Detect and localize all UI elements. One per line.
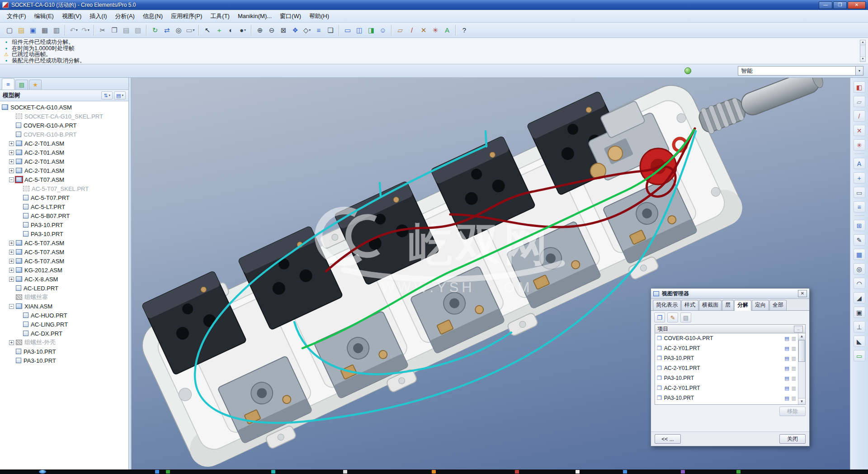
edit-position-icon[interactable]: ✎ (667, 313, 678, 322)
tree-item[interactable]: PA3-10.PRT (0, 229, 128, 238)
tree-item[interactable]: AC-5-B07.PRT (0, 211, 128, 220)
taskbar-icon[interactable] (515, 470, 519, 474)
tree-item[interactable]: AC-LED.PRT (0, 284, 128, 293)
explode-item-row[interactable]: ❐AC-2-Y01.PRT▤▥ (655, 383, 798, 393)
expand-icon[interactable]: + (9, 159, 14, 164)
explode-item-row[interactable]: ❐AC-2-Y01.PRT▤▥ (655, 363, 798, 373)
tree-item[interactable]: −AC-5-T07.ASM (0, 175, 128, 184)
auto-update-icon[interactable]: ⇄ (161, 24, 173, 36)
remove-button[interactable]: 移除 (779, 407, 806, 416)
expand-icon[interactable]: + (9, 250, 14, 255)
taskbar-icon[interactable] (166, 470, 170, 474)
tree-item[interactable]: +AC-5-T07.ASM (0, 256, 128, 265)
tree-item[interactable]: +组螺丝-外壳 (0, 338, 128, 347)
vm-tab-4[interactable]: 分解 (734, 300, 751, 311)
datum-axis-display-icon[interactable]: / (854, 110, 865, 122)
taskbar-icon[interactable] (681, 470, 685, 474)
zoom-in-icon[interactable]: ⊕ (254, 24, 266, 36)
datum-point-display-icon[interactable]: ✕ (854, 125, 865, 136)
message-scrollbar[interactable]: ▲ ▼ (860, 40, 866, 62)
menu-item[interactable]: 视图(V) (58, 10, 85, 22)
datum-csys-display-icon[interactable]: ✳ (854, 139, 865, 151)
tree-item[interactable]: +AC-5-T07.ASM (0, 247, 128, 256)
layer-display-icon[interactable]: ≡ (854, 201, 865, 213)
menu-item[interactable]: 插入(I) (85, 10, 111, 22)
menu-item[interactable]: 文件(F) (3, 10, 30, 22)
menu-item[interactable]: 分析(A) (111, 10, 139, 22)
select-arrow-icon[interactable]: ↖ (202, 24, 213, 36)
datum-csys-toggle-icon[interactable]: ✳ (429, 24, 441, 36)
dropdown-arrow-icon[interactable]: ▾ (244, 28, 246, 32)
taskbar-icon[interactable] (576, 470, 580, 474)
tree-settings-button[interactable]: ▤ ▾ (114, 91, 126, 100)
menu-item[interactable]: 信息(N) (139, 10, 167, 22)
scroll-up-icon[interactable]: ▲ (798, 333, 805, 340)
menu-item[interactable]: 帮助(H) (305, 10, 333, 22)
hole-icon[interactable]: ◎ (854, 263, 865, 275)
taskbar-icon[interactable] (736, 470, 741, 474)
start-button[interactable] (39, 470, 46, 474)
tree-show-button[interactable]: ⇅ ▾ (101, 91, 113, 100)
wire-pin-cyan-2[interactable] (380, 183, 381, 196)
tree-item[interactable]: PA3-10.PRT (0, 347, 128, 356)
context-help-icon[interactable]: ? (458, 24, 470, 36)
smart-filter-combo[interactable]: 智能 ▾ (738, 66, 863, 76)
column-options-button[interactable]: .. (794, 326, 803, 332)
repaint-icon[interactable]: ❖ (289, 24, 301, 36)
tree-item[interactable]: AC-HUO.PRT (0, 311, 128, 320)
datum-plane-toggle-icon[interactable]: ▱ (394, 24, 406, 36)
tree-item[interactable]: AC-DX.PRT (0, 329, 128, 338)
tree-item[interactable]: AC-LING.PRT (0, 320, 128, 329)
smart-select-icon[interactable]: + (213, 24, 225, 36)
list-scrollbar[interactable]: ▲ ▼ (798, 333, 805, 404)
windows-taskbar[interactable] (0, 469, 868, 474)
vm-tab-1[interactable]: 样式 (681, 300, 698, 310)
paste-special-icon[interactable]: ▧ (132, 24, 144, 36)
expand-icon[interactable]: + (9, 340, 14, 345)
expand-icon[interactable]: + (9, 168, 14, 173)
dropdown-arrow-icon[interactable]: ▾ (309, 28, 311, 32)
menu-item[interactable]: 窗口(W) (276, 10, 305, 22)
dropdown-arrow-icon[interactable]: ▾ (88, 28, 90, 32)
open-folder-icon[interactable]: ▤ (15, 24, 27, 36)
explode-item-row[interactable]: ❐PA3-10.PRT▤▥ (655, 353, 798, 363)
tree-item[interactable]: SOCKET-CA-G10.ASM (0, 103, 128, 112)
activate-window-icon[interactable]: ▭ (854, 187, 865, 198)
activate-window-icon[interactable]: ▭ (342, 24, 354, 36)
regenerate-icon[interactable]: ↻ (149, 24, 161, 36)
tree-item[interactable]: −XIAN.ASM (0, 302, 128, 311)
tree-item[interactable]: PA3-10.PRT (0, 356, 128, 365)
menu-item[interactable]: 编辑(E) (30, 10, 58, 22)
collapse-dialog-button[interactable]: << ... (655, 434, 681, 444)
paste-icon[interactable]: ▤ (120, 24, 132, 36)
expand-icon[interactable]: + (9, 268, 14, 273)
model-tree-tab[interactable]: ≡ (2, 78, 14, 90)
explode-item-row[interactable]: ❐COVER-G10-A.PRT▤▥ (655, 333, 798, 343)
scrollbar-thumb[interactable] (798, 340, 805, 362)
expand-icon[interactable]: + (9, 259, 14, 264)
redo-icon[interactable]: ↷▾ (80, 24, 91, 36)
tree-item[interactable]: +AC-5-T07.ASM (0, 238, 128, 247)
manikin-icon[interactable]: ☺ (377, 24, 389, 36)
saved-views-icon[interactable]: ◇▾ (301, 24, 313, 36)
datum-axis-toggle-icon[interactable]: / (406, 24, 418, 36)
view-manager-titlebar[interactable]: 视图管理器 ✕ (651, 289, 809, 299)
copy-icon[interactable]: ❐ (108, 24, 120, 36)
vm-tab-6[interactable]: 全部 (769, 300, 787, 310)
create-component-icon[interactable]: ✎ (854, 234, 865, 246)
new-file-icon[interactable]: ▢ (4, 24, 15, 36)
refit-icon[interactable]: ⊠ (278, 24, 289, 36)
menu-item[interactable]: 应用程序(P) (167, 10, 206, 22)
menu-item[interactable]: 工具(T) (206, 10, 234, 22)
dropdown-arrow-icon[interactable]: ▾ (76, 28, 78, 32)
favorites-tab[interactable]: ★ (29, 80, 42, 90)
round-icon[interactable]: ◠ (854, 278, 865, 289)
expand-icon[interactable]: + (9, 150, 14, 155)
expand-icon[interactable]: + (9, 241, 14, 246)
close-dialog-button[interactable]: 关闭 (779, 434, 806, 444)
new-window-icon[interactable]: ◫ (354, 24, 365, 36)
tree-item[interactable]: 组螺丝塞 (0, 293, 128, 302)
appearance-icon[interactable]: ◧ (854, 81, 865, 93)
scroll-down-icon[interactable]: ▼ (798, 398, 805, 404)
tree-item[interactable]: +AC-2-T01.ASM (0, 166, 128, 175)
